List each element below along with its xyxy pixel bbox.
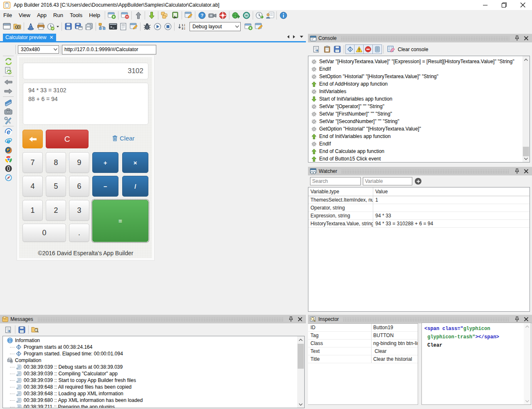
restore-button[interactable] [495, 0, 513, 10]
scroll-down-icon[interactable] [522, 155, 530, 162]
calc-key-divide[interactable]: / [122, 176, 148, 197]
console-pin-icon[interactable] [514, 35, 520, 42]
message-row[interactable]: 00:38:39:648 :: Loading app XML informat… [3, 390, 304, 397]
messages-save-button[interactable] [17, 325, 27, 335]
console-filter-error-toggle[interactable] [364, 44, 373, 54]
tab-list-icon[interactable] [300, 35, 303, 39]
vertical-splitter[interactable] [306, 32, 308, 409]
console-log-row[interactable]: SetVar "[FirstNumber]" "" "String" [308, 110, 530, 118]
inspector-property-row[interactable]: ID Button19 [308, 324, 418, 332]
menu-file[interactable]: File [0, 10, 15, 20]
console-log-row[interactable]: SetOption "Historial" "[HistoryTextarea.… [308, 73, 530, 80]
calc-c-button[interactable]: C [46, 130, 89, 148]
tab-scroll-right-icon[interactable] [293, 35, 296, 39]
calc-key-1[interactable]: 1 [22, 200, 43, 221]
chrome-browser-button[interactable] [3, 155, 14, 164]
menu-run[interactable]: Run [50, 10, 66, 20]
sort-lines-button[interactable]: 1 33 1 [176, 22, 186, 31]
scroll-up-icon[interactable] [297, 336, 304, 343]
calc-key-dot[interactable]: . [69, 224, 89, 242]
close-file-button[interactable] [120, 10, 130, 20]
support-button[interactable] [217, 10, 228, 20]
message-row[interactable]: 00:38:39:039 :: Debug starts at 00:38:39… [3, 364, 304, 370]
help-button[interactable]: ? [197, 10, 207, 20]
stop-button[interactable] [163, 22, 173, 31]
debug-button[interactable] [142, 22, 152, 31]
recent-dropdown-button[interactable] [46, 22, 60, 31]
messages-list[interactable]: Information Program starts at 00:38:24.1… [2, 336, 305, 408]
recent-files-button[interactable] [254, 10, 265, 20]
console-log-row[interactable]: GetOption "Historial" "[HistoryTextarea.… [308, 125, 530, 133]
messages-scrollbar[interactable] [297, 336, 304, 408]
calc-key-multiply[interactable]: × [122, 152, 148, 173]
watcher-panel-grip[interactable] [341, 170, 510, 174]
settings-tools-button[interactable] [3, 116, 14, 125]
upload-button[interactable] [133, 10, 143, 20]
watcher-search-input[interactable] [310, 177, 361, 185]
calc-backspace-button[interactable] [22, 130, 43, 148]
horizontal-splitter[interactable] [0, 313, 532, 315]
account-button[interactable] [265, 10, 275, 20]
console-close-icon[interactable] [523, 35, 530, 42]
calc-key-4[interactable]: 4 [22, 176, 43, 197]
back-button[interactable] [3, 77, 14, 86]
console-log-row[interactable]: End of Calculate app function [308, 148, 530, 155]
video-tutorials-button[interactable] [207, 10, 217, 20]
tab-calculator-preview[interactable]: Calculator preview ✕ [3, 34, 56, 41]
console-log-row[interactable]: EndIf [308, 140, 530, 148]
forward-button[interactable] [3, 86, 14, 96]
save-all-button[interactable] [84, 22, 94, 31]
themes-button[interactable] [3, 98, 14, 107]
copy-objects-button[interactable] [160, 10, 170, 20]
ie-browser-button[interactable]: e [3, 127, 14, 136]
calc-key-minus[interactable]: − [92, 176, 118, 197]
console-log-row[interactable]: InitVariables [308, 88, 530, 95]
watcher-close-icon[interactable] [523, 168, 530, 175]
inspector-panel-grip[interactable] [343, 318, 510, 322]
community-button[interactable]: w [241, 10, 251, 20]
console-log-row[interactable]: End of AddHistory app function [308, 80, 530, 88]
open-project-button[interactable] [12, 22, 22, 31]
message-row[interactable]: Compilation [3, 357, 304, 364]
watcher-add-button[interactable] [415, 178, 421, 185]
scroll-down-icon[interactable] [297, 401, 304, 408]
edit-script-button[interactable] [183, 10, 194, 20]
scroll-down-icon[interactable] [524, 397, 531, 404]
watcher-row[interactable]: Expression, string 94 * 33 [308, 212, 530, 220]
inspector-html-view[interactable]: <span class="glyphicon glyphicon-trash">… [421, 323, 531, 405]
about-button[interactable] [278, 10, 288, 20]
menu-tools[interactable]: Tools [66, 10, 86, 20]
console-log-row[interactable]: Start of InitVariables app function [308, 95, 530, 103]
watcher-row[interactable]: HistoryTextarea.Value, string 94 * 33 = … [308, 220, 530, 228]
message-row[interactable]: 00:38:39:711 :: Preparing the app plugin… [3, 404, 304, 408]
save-as-button[interactable] [74, 22, 84, 31]
menu-app[interactable]: App [34, 10, 50, 20]
calc-key-6[interactable]: 6 [69, 176, 89, 197]
inspector-property-row[interactable]: Class ng-binding btn btn-link [308, 340, 418, 347]
tab-scroll-left-icon[interactable] [287, 35, 290, 39]
wizard-button[interactable] [25, 22, 36, 31]
calc-key-plus[interactable]: + [92, 152, 118, 173]
messages-search-button[interactable] [30, 325, 40, 335]
messages-copy-button[interactable] [3, 325, 14, 335]
tab-close-icon[interactable]: ✕ [49, 34, 54, 40]
message-row[interactable]: Information [3, 337, 304, 344]
calc-key-7[interactable]: 7 [22, 152, 43, 173]
console-filter-log-toggle[interactable] [373, 44, 382, 54]
calc-key-0[interactable]: 0 [22, 224, 66, 242]
add-layout-button[interactable] [243, 22, 254, 31]
message-row[interactable]: 00:38:39:680 :: App XML information has … [3, 397, 304, 404]
console-log-row[interactable]: EndIf [308, 65, 530, 73]
firefox-browser-button[interactable] [3, 145, 14, 155]
console-panel-grip[interactable] [341, 37, 510, 41]
console-log-row[interactable]: SetVar "[Operator]" "" "String" [308, 103, 530, 110]
inspector-close-icon[interactable] [523, 316, 530, 323]
scroll-up-icon[interactable] [524, 323, 531, 330]
inspector-code-scrollbar[interactable] [524, 323, 531, 404]
messages-scroll-thumb[interactable] [298, 344, 304, 369]
calc-key-equals[interactable]: = [92, 200, 148, 242]
safari-browser-button[interactable] [3, 173, 14, 182]
console-save-button[interactable] [332, 44, 342, 54]
console-filter-info-toggle[interactable] [345, 44, 355, 54]
watcher-pin-icon[interactable] [514, 168, 520, 175]
